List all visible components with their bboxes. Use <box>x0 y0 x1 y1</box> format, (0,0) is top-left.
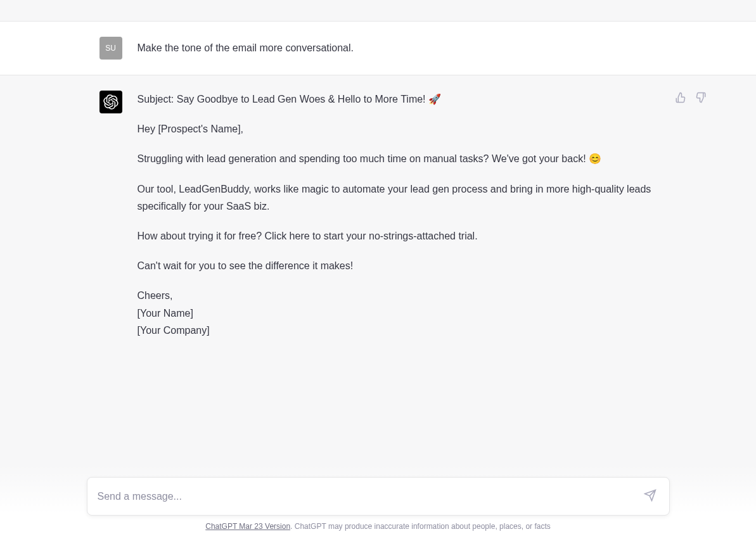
footer-disclaimer: . ChatGPT may produce inaccurate informa… <box>290 522 551 531</box>
user-avatar: SU <box>99 37 122 60</box>
user-avatar-initials: SU <box>105 44 116 53</box>
send-button[interactable] <box>641 486 659 506</box>
thumbs-up-button[interactable] <box>674 91 688 106</box>
send-icon <box>644 489 657 502</box>
footer-note: ChatGPT Mar 23 Version. ChatGPT may prod… <box>87 516 670 540</box>
thumbs-down-button[interactable] <box>694 91 708 106</box>
message-input[interactable] <box>98 491 641 502</box>
version-link[interactable]: ChatGPT Mar 23 Version <box>205 522 290 531</box>
sig-line-2: [Your Name] <box>138 308 193 319</box>
compose-area: ChatGPT Mar 23 Version. ChatGPT may prod… <box>0 464 756 546</box>
assistant-avatar <box>99 91 122 113</box>
assistant-signature: Cheers, [Your Name] [Your Company] <box>138 287 670 339</box>
thumbs-down-icon <box>695 92 707 103</box>
assistant-para-greeting: Hey [Prospect's Name], <box>138 120 670 137</box>
assistant-message-body: Subject: Say Goodbye to Lead Gen Woes & … <box>138 91 708 339</box>
thumbs-up-icon <box>675 92 686 103</box>
message-input-box <box>87 477 670 516</box>
sig-line-3: [Your Company] <box>138 325 210 336</box>
assistant-para-6: Can't wait for you to see the difference… <box>138 257 670 274</box>
feedback-controls <box>674 91 708 106</box>
user-message-text: Make the tone of the email more conversa… <box>138 37 708 60</box>
assistant-para-5: How about trying it for free? Click here… <box>138 227 670 244</box>
sig-line-1: Cheers, <box>138 290 173 301</box>
user-message-row: SU Make the tone of the email more conve… <box>0 22 756 75</box>
assistant-para-subject: Subject: Say Goodbye to Lead Gen Woes & … <box>138 91 670 108</box>
openai-logo-icon <box>103 94 119 110</box>
top-strip <box>0 0 756 22</box>
assistant-para-3: Struggling with lead generation and spen… <box>138 150 670 167</box>
assistant-para-4: Our tool, LeadGenBuddy, works like magic… <box>138 181 670 215</box>
assistant-message-row: Subject: Say Goodbye to Lead Gen Woes & … <box>0 75 756 354</box>
